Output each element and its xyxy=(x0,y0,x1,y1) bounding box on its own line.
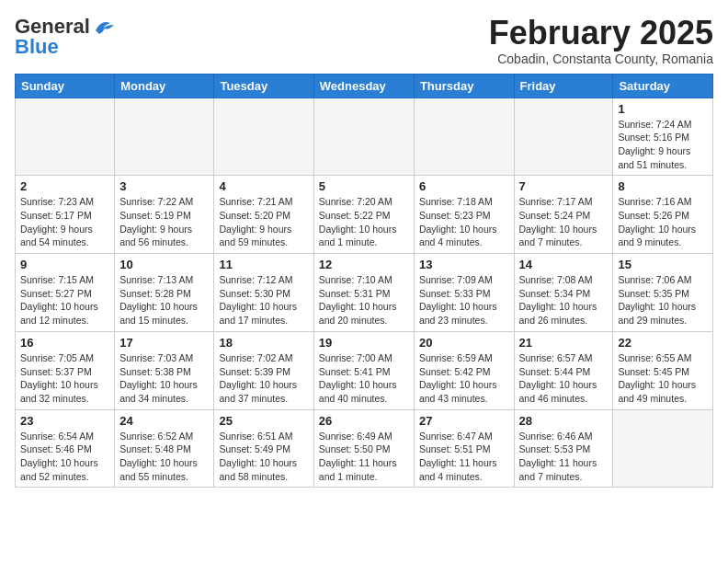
weekday-header-saturday: Saturday xyxy=(613,74,713,98)
week-row-2: 2Sunrise: 7:23 AM Sunset: 5:17 PM Daylig… xyxy=(16,176,713,254)
day-info: Sunrise: 7:06 AM Sunset: 5:35 PM Dayligh… xyxy=(618,273,708,327)
day-number: 16 xyxy=(20,336,109,350)
logo-bird-icon xyxy=(92,17,118,36)
location-subtitle: Cobadin, Constanta County, Romania xyxy=(489,52,713,66)
weekday-header-tuesday: Tuesday xyxy=(214,74,313,98)
weekday-header-thursday: Thursday xyxy=(414,74,514,98)
day-info: Sunrise: 7:02 AM Sunset: 5:39 PM Dayligh… xyxy=(219,351,308,406)
weekday-header-wednesday: Wednesday xyxy=(313,74,414,98)
calendar-cell: 4Sunrise: 7:21 AM Sunset: 5:20 PM Daylig… xyxy=(214,176,313,254)
calendar-cell: 17Sunrise: 7:03 AM Sunset: 5:38 PM Dayli… xyxy=(115,331,214,409)
day-number: 22 xyxy=(618,336,708,350)
day-info: Sunrise: 6:49 AM Sunset: 5:50 PM Dayligh… xyxy=(319,430,409,484)
day-info: Sunrise: 7:05 AM Sunset: 5:37 PM Dayligh… xyxy=(20,351,109,406)
calendar-cell: 18Sunrise: 7:02 AM Sunset: 5:39 PM Dayli… xyxy=(214,331,313,409)
calendar-table: SundayMondayTuesdayWednesdayThursdayFrid… xyxy=(15,74,713,488)
calendar-cell: 14Sunrise: 7:08 AM Sunset: 5:34 PM Dayli… xyxy=(514,254,613,332)
calendar-cell xyxy=(613,409,713,488)
weekday-header-row: SundayMondayTuesdayWednesdayThursdayFrid… xyxy=(16,74,713,98)
day-number: 14 xyxy=(519,258,609,271)
week-row-3: 9Sunrise: 7:15 AM Sunset: 5:27 PM Daylig… xyxy=(16,254,713,332)
calendar-cell: 15Sunrise: 7:06 AM Sunset: 5:35 PM Dayli… xyxy=(613,254,713,332)
calendar-cell xyxy=(214,98,313,176)
calendar-cell: 23Sunrise: 6:54 AM Sunset: 5:46 PM Dayli… xyxy=(16,409,115,488)
day-info: Sunrise: 7:18 AM Sunset: 5:23 PM Dayligh… xyxy=(419,195,509,249)
day-number: 19 xyxy=(319,336,409,350)
day-info: Sunrise: 6:47 AM Sunset: 5:51 PM Dayligh… xyxy=(419,430,509,484)
day-number: 15 xyxy=(618,258,708,271)
page-header: General Blue February 2025 Cobadin, Cons… xyxy=(15,15,713,66)
calendar-cell: 24Sunrise: 6:52 AM Sunset: 5:48 PM Dayli… xyxy=(115,409,214,488)
day-info: Sunrise: 6:51 AM Sunset: 5:49 PM Dayligh… xyxy=(219,430,308,484)
day-number: 2 xyxy=(20,179,109,193)
day-info: Sunrise: 7:23 AM Sunset: 5:17 PM Dayligh… xyxy=(20,195,109,249)
day-number: 21 xyxy=(519,336,609,350)
day-info: Sunrise: 7:00 AM Sunset: 5:41 PM Dayligh… xyxy=(319,351,409,406)
calendar-cell: 19Sunrise: 7:00 AM Sunset: 5:41 PM Dayli… xyxy=(313,331,414,409)
logo: General Blue xyxy=(15,15,118,59)
day-number: 25 xyxy=(219,414,308,428)
day-info: Sunrise: 7:20 AM Sunset: 5:22 PM Dayligh… xyxy=(319,195,409,249)
day-number: 26 xyxy=(319,414,409,428)
day-info: Sunrise: 7:09 AM Sunset: 5:33 PM Dayligh… xyxy=(419,273,509,327)
day-number: 18 xyxy=(219,336,308,350)
calendar-cell: 8Sunrise: 7:16 AM Sunset: 5:26 PM Daylig… xyxy=(613,176,713,254)
day-number: 17 xyxy=(119,336,209,350)
day-number: 1 xyxy=(618,102,708,116)
day-info: Sunrise: 6:54 AM Sunset: 5:46 PM Dayligh… xyxy=(20,430,109,484)
day-info: Sunrise: 7:03 AM Sunset: 5:38 PM Dayligh… xyxy=(119,351,209,406)
day-info: Sunrise: 7:10 AM Sunset: 5:31 PM Dayligh… xyxy=(319,273,409,327)
day-number: 6 xyxy=(419,179,509,193)
day-info: Sunrise: 7:15 AM Sunset: 5:27 PM Dayligh… xyxy=(20,273,109,327)
day-number: 7 xyxy=(519,179,609,193)
calendar-cell: 7Sunrise: 7:17 AM Sunset: 5:24 PM Daylig… xyxy=(514,176,613,254)
calendar-cell: 5Sunrise: 7:20 AM Sunset: 5:22 PM Daylig… xyxy=(313,176,414,254)
day-info: Sunrise: 6:46 AM Sunset: 5:53 PM Dayligh… xyxy=(519,430,609,484)
calendar-cell xyxy=(514,98,613,176)
day-number: 12 xyxy=(319,258,409,271)
weekday-header-monday: Monday xyxy=(115,74,214,98)
calendar-cell xyxy=(115,98,214,176)
day-info: Sunrise: 7:24 AM Sunset: 5:16 PM Dayligh… xyxy=(618,118,708,172)
week-row-4: 16Sunrise: 7:05 AM Sunset: 5:37 PM Dayli… xyxy=(16,331,713,409)
day-number: 13 xyxy=(419,258,509,271)
calendar-cell: 20Sunrise: 6:59 AM Sunset: 5:42 PM Dayli… xyxy=(414,331,514,409)
day-info: Sunrise: 6:57 AM Sunset: 5:44 PM Dayligh… xyxy=(519,351,609,406)
day-info: Sunrise: 7:16 AM Sunset: 5:26 PM Dayligh… xyxy=(618,195,708,249)
day-number: 8 xyxy=(618,179,708,193)
day-number: 28 xyxy=(519,414,609,428)
calendar-cell xyxy=(414,98,514,176)
day-info: Sunrise: 7:08 AM Sunset: 5:34 PM Dayligh… xyxy=(519,273,609,327)
day-number: 20 xyxy=(419,336,509,350)
day-info: Sunrise: 7:17 AM Sunset: 5:24 PM Dayligh… xyxy=(519,195,609,249)
calendar-cell: 16Sunrise: 7:05 AM Sunset: 5:37 PM Dayli… xyxy=(16,331,115,409)
day-number: 27 xyxy=(419,414,509,428)
weekday-header-sunday: Sunday xyxy=(16,74,115,98)
week-row-1: 1Sunrise: 7:24 AM Sunset: 5:16 PM Daylig… xyxy=(16,98,713,176)
calendar-cell: 13Sunrise: 7:09 AM Sunset: 5:33 PM Dayli… xyxy=(414,254,514,332)
calendar-cell xyxy=(313,98,414,176)
title-block: February 2025 Cobadin, Constanta County,… xyxy=(489,15,713,66)
day-info: Sunrise: 7:13 AM Sunset: 5:28 PM Dayligh… xyxy=(119,273,209,327)
calendar-cell xyxy=(16,98,115,176)
day-number: 10 xyxy=(119,258,209,271)
day-number: 23 xyxy=(20,414,109,428)
calendar-cell: 26Sunrise: 6:49 AM Sunset: 5:50 PM Dayli… xyxy=(313,409,414,488)
day-info: Sunrise: 6:55 AM Sunset: 5:45 PM Dayligh… xyxy=(618,351,708,406)
day-number: 3 xyxy=(119,179,209,193)
day-info: Sunrise: 6:59 AM Sunset: 5:42 PM Dayligh… xyxy=(419,351,509,406)
week-row-5: 23Sunrise: 6:54 AM Sunset: 5:46 PM Dayli… xyxy=(16,409,713,488)
day-number: 11 xyxy=(219,258,308,271)
calendar-cell: 6Sunrise: 7:18 AM Sunset: 5:23 PM Daylig… xyxy=(414,176,514,254)
calendar-cell: 12Sunrise: 7:10 AM Sunset: 5:31 PM Dayli… xyxy=(313,254,414,332)
day-info: Sunrise: 7:22 AM Sunset: 5:19 PM Dayligh… xyxy=(119,195,209,249)
day-info: Sunrise: 7:21 AM Sunset: 5:20 PM Dayligh… xyxy=(219,195,308,249)
calendar-cell: 10Sunrise: 7:13 AM Sunset: 5:28 PM Dayli… xyxy=(115,254,214,332)
calendar-cell: 1Sunrise: 7:24 AM Sunset: 5:16 PM Daylig… xyxy=(613,98,713,176)
day-number: 24 xyxy=(119,414,209,428)
calendar-cell: 27Sunrise: 6:47 AM Sunset: 5:51 PM Dayli… xyxy=(414,409,514,488)
calendar-cell: 28Sunrise: 6:46 AM Sunset: 5:53 PM Dayli… xyxy=(514,409,613,488)
day-number: 5 xyxy=(319,179,409,193)
day-info: Sunrise: 6:52 AM Sunset: 5:48 PM Dayligh… xyxy=(119,430,209,484)
month-title: February 2025 xyxy=(489,15,713,52)
